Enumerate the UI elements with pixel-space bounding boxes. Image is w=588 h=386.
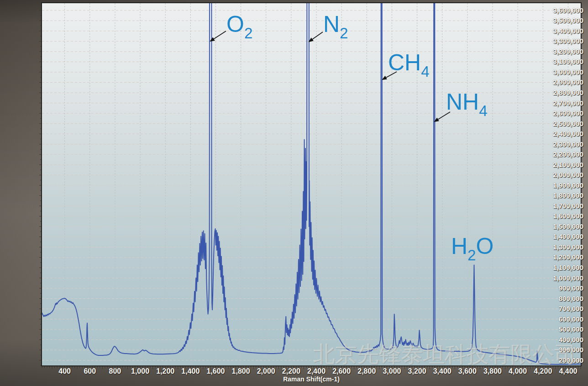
annotation-text: O xyxy=(226,11,244,37)
annotation-text: 2 xyxy=(467,247,476,264)
annotation-text: 2 xyxy=(340,25,348,42)
annotation-arrow-N2 xyxy=(309,32,323,42)
annotation-text: O xyxy=(476,233,493,259)
annotation-text: N xyxy=(323,11,340,37)
annotation-text: 2 xyxy=(244,25,252,42)
spectrum-line xyxy=(42,0,581,365)
gridlines xyxy=(42,3,581,365)
annotation-text: H xyxy=(451,233,467,259)
annotation-text: 4 xyxy=(479,102,487,119)
annotation-text: NH xyxy=(446,89,479,115)
annotation-O2: O2 xyxy=(226,13,252,41)
annotation-text: 4 xyxy=(421,63,429,80)
annotation-NH4: NH4 xyxy=(446,90,488,118)
annotation-text: CH xyxy=(388,50,421,75)
annotation-arrow-O2 xyxy=(210,31,226,41)
annotation-CH4: CH4 xyxy=(388,51,430,79)
annotation-N2: N2 xyxy=(323,13,348,41)
chart-canvas xyxy=(0,0,588,386)
annotation-H2O: H2O xyxy=(451,235,493,263)
raman-spectrum-screen: { "watermark": { "text": "北京先锋泰坦科技有限公司" … xyxy=(0,0,588,386)
axis-ticks xyxy=(39,5,581,369)
